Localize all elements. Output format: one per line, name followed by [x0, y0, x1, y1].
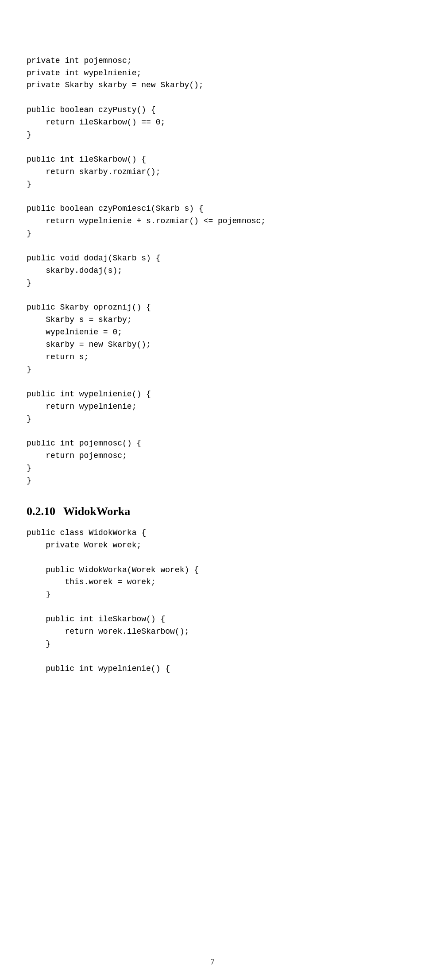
section-heading: 0.2.10 WidokWorka: [27, 505, 398, 518]
code-top: [27, 18, 398, 55]
section-number: 0.2.10: [27, 505, 55, 518]
page: private int pojemnosc; private int wypel…: [0, 0, 425, 980]
section-title: WidokWorka: [63, 505, 130, 518]
code-section-top: private int pojemnosc; private int wypel…: [27, 55, 398, 487]
page-number: 7: [211, 957, 215, 967]
code-section-bottom: public class WidokWorka { private Worek …: [27, 527, 398, 675]
